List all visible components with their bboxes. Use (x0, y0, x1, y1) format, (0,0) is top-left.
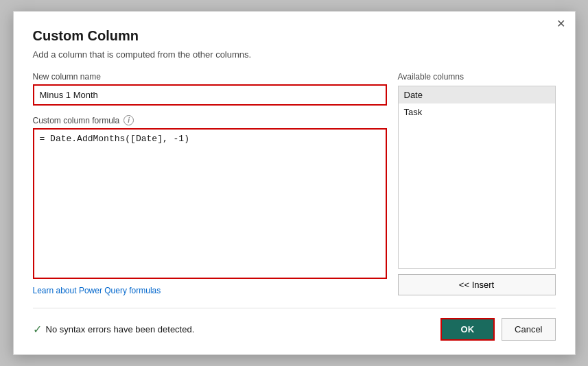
column-name-input[interactable] (33, 84, 387, 106)
dialog-title: Custom Column (33, 28, 556, 44)
button-row: OK Cancel (440, 318, 556, 341)
custom-column-dialog: ✕ Custom Column Add a column that is com… (13, 11, 576, 355)
column-name-label: New column name (33, 72, 387, 82)
close-button[interactable]: ✕ (556, 19, 565, 29)
cancel-button[interactable]: Cancel (502, 318, 555, 341)
info-icon: i (124, 115, 134, 125)
pq-formulas-link[interactable]: Learn about Power Query formulas (33, 286, 387, 295)
dialog-subtitle: Add a column that is computed from the o… (33, 49, 556, 60)
formula-label: Custom column formula (33, 116, 120, 125)
left-panel: New column name Custom column formula i … (33, 72, 387, 295)
formula-input[interactable] (33, 128, 387, 279)
bottom-bar: ✓ No syntax errors have been detected. O… (33, 308, 556, 341)
available-columns-label: Available columns (398, 72, 556, 82)
insert-button[interactable]: << Insert (398, 274, 556, 295)
column-item-date[interactable]: Date (399, 86, 555, 103)
ok-button[interactable]: OK (440, 318, 495, 341)
right-panel: Available columns Date Task << Insert (398, 72, 556, 295)
check-icon: ✓ (33, 323, 42, 336)
formula-box-wrapper (33, 128, 387, 279)
status-text: No syntax errors have been detected. (46, 324, 195, 334)
status-area: ✓ No syntax errors have been detected. (33, 323, 195, 336)
column-item-task[interactable]: Task (399, 103, 555, 121)
columns-list: Date Task (398, 86, 556, 269)
